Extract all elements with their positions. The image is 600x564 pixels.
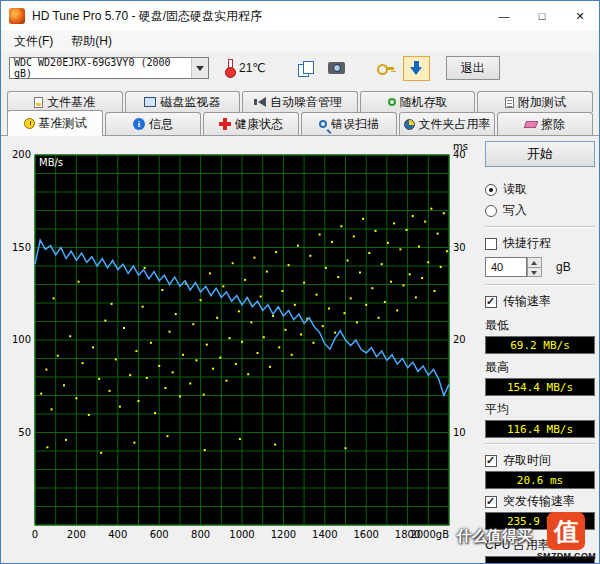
info-icon <box>133 118 145 130</box>
tab-error-scan[interactable]: 错误扫描 <box>301 112 397 135</box>
tab-label: 健康状态 <box>235 116 283 133</box>
svg-text:1200: 1200 <box>271 529 296 540</box>
smzdm-watermark: 什么值得买 值 SMZDM.COM <box>457 512 596 561</box>
tab-file-benchmark[interactable]: 文件基准 <box>7 91 123 112</box>
tab-disk-monitor[interactable]: 磁盘监视器 <box>125 91 241 112</box>
minimize-button-icon[interactable]: — <box>485 1 523 31</box>
health-cross-icon <box>219 118 231 130</box>
app-icon[interactable] <box>9 8 25 24</box>
divider <box>485 284 595 286</box>
tab-extra-tests[interactable]: 附加测试 <box>477 91 593 112</box>
divider <box>485 226 595 228</box>
tab-label: 磁盘监视器 <box>160 94 220 111</box>
copy-icon <box>298 61 313 75</box>
tab-row-2: 基准测试 信息 健康状态 错误扫描 文件夹占用率 擦除 <box>1 112 599 135</box>
random-access-icon <box>388 98 396 106</box>
svg-text:10: 10 <box>453 427 466 438</box>
svg-text:600: 600 <box>150 529 169 540</box>
svg-text:200: 200 <box>67 529 86 540</box>
drive-select-value: WDC WD20EJRX-69G3VY0 (2000 gB) <box>14 57 191 79</box>
tab-info[interactable]: 信息 <box>105 112 201 135</box>
burst-rate-checkbox[interactable] <box>485 496 497 508</box>
svg-text:ms: ms <box>453 141 468 152</box>
window-title: HD Tune Pro 5.70 - 硬盘/固态硬盘实用程序 <box>32 8 485 25</box>
access-time-value: 20.6 ms <box>485 471 595 489</box>
svg-text:150: 150 <box>12 242 31 253</box>
maximize-button-icon[interactable]: □ <box>523 1 561 31</box>
save-results-button[interactable] <box>403 56 430 81</box>
svg-text:MB/s: MB/s <box>39 157 63 168</box>
short-stroke-size-row: 40 gB <box>485 257 595 277</box>
tab-label: 自动噪音管理 <box>270 94 342 111</box>
svg-text:400: 400 <box>108 529 127 540</box>
options-button[interactable] <box>372 56 399 81</box>
read-radio-label: 读取 <box>503 181 527 198</box>
hdtune-window: HD Tune Pro 5.70 - 硬盘/固态硬盘实用程序 — □ ✕ 文件(… <box>0 0 600 564</box>
speaker-icon <box>258 97 266 107</box>
title-bar: HD Tune Pro 5.70 - 硬盘/固态硬盘实用程序 — □ ✕ <box>1 1 599 31</box>
write-radio[interactable] <box>485 205 497 217</box>
tab-label: 随机存取 <box>400 94 448 111</box>
tab-random-access[interactable]: 随机存取 <box>360 91 476 112</box>
short-stroke-row[interactable]: 快捷行程 <box>485 234 595 253</box>
spinner-down-icon[interactable] <box>527 267 542 278</box>
chevron-down-icon[interactable] <box>191 58 208 78</box>
tab-benchmark[interactable]: 基准测试 <box>7 110 103 136</box>
menu-bar: 文件(F) 帮助(H) <box>1 31 599 52</box>
tab-erase[interactable]: 擦除 <box>497 112 593 135</box>
watermark-site: SMZDM.COM <box>537 551 596 561</box>
read-radio-row[interactable]: 读取 <box>485 180 595 199</box>
tab-health[interactable]: 健康状态 <box>203 112 299 135</box>
svg-text:2000gB: 2000gB <box>410 529 449 540</box>
read-radio[interactable] <box>485 184 497 196</box>
watermark-name: 什么值得买 <box>457 527 532 546</box>
temperature-indicator: 21℃ <box>225 59 266 78</box>
svg-text:0: 0 <box>32 529 38 540</box>
short-stroke-size-input[interactable]: 40 <box>485 257 527 277</box>
min-label: 最低 <box>485 317 595 334</box>
access-time-row[interactable]: 存取时间 <box>485 451 595 470</box>
spinner-up-icon[interactable] <box>527 257 542 267</box>
transfer-rate-checkbox[interactable] <box>485 296 497 308</box>
menu-help[interactable]: 帮助(H) <box>62 31 121 52</box>
tab-aam[interactable]: 自动噪音管理 <box>242 91 358 112</box>
avg-value: 116.4 MB/s <box>485 420 595 438</box>
benchmark-chart: 20015010050MB/s40302010ms020040060080010… <box>7 141 479 545</box>
start-button[interactable]: 开始 <box>485 141 595 167</box>
min-value: 69.2 MB/s <box>485 336 595 354</box>
write-radio-row[interactable]: 写入 <box>485 201 595 220</box>
eraser-icon <box>524 121 539 128</box>
short-stroke-spinner <box>527 257 542 277</box>
write-radio-label: 写入 <box>503 202 527 219</box>
access-time-label: 存取时间 <box>503 452 551 469</box>
short-stroke-checkbox[interactable] <box>485 238 497 250</box>
copy-button[interactable] <box>292 56 319 81</box>
exit-button[interactable]: 退出 <box>446 56 500 80</box>
camera-icon <box>328 62 345 74</box>
temperature-value: 21℃ <box>239 61 266 75</box>
close-button-icon[interactable]: ✕ <box>561 1 599 31</box>
menu-file[interactable]: 文件(F) <box>5 31 62 52</box>
avg-label: 平均 <box>485 401 595 418</box>
drive-select[interactable]: WDC WD20EJRX-69G3VY0 (2000 gB) <box>9 57 209 79</box>
short-stroke-label: 快捷行程 <box>503 235 551 252</box>
max-value: 154.4 MB/s <box>485 378 595 396</box>
tab-folder-usage[interactable]: 文件夹占用率 <box>399 112 495 135</box>
screenshot-button[interactable] <box>323 56 350 81</box>
burst-rate-row[interactable]: 突发传输速率 <box>485 492 595 511</box>
access-time-checkbox[interactable] <box>485 455 497 467</box>
transfer-rate-row[interactable]: 传输速率 <box>485 292 595 311</box>
svg-text:800: 800 <box>191 529 210 540</box>
file-benchmark-icon <box>34 97 43 108</box>
benchmark-side-panel: 开始 读取 写入 快捷行程 40 gB <box>485 141 595 564</box>
svg-text:30: 30 <box>453 242 466 253</box>
smzdm-logo-icon: 值 <box>547 512 585 550</box>
tab-label: 信息 <box>149 116 173 133</box>
burst-rate-label: 突发传输速率 <box>503 493 575 510</box>
disk-monitor-icon <box>144 97 156 107</box>
svg-text:50: 50 <box>18 427 31 438</box>
svg-text:20: 20 <box>453 334 466 345</box>
magnifier-icon <box>319 120 327 128</box>
svg-text:1400: 1400 <box>312 529 337 540</box>
svg-text:200: 200 <box>12 149 31 160</box>
